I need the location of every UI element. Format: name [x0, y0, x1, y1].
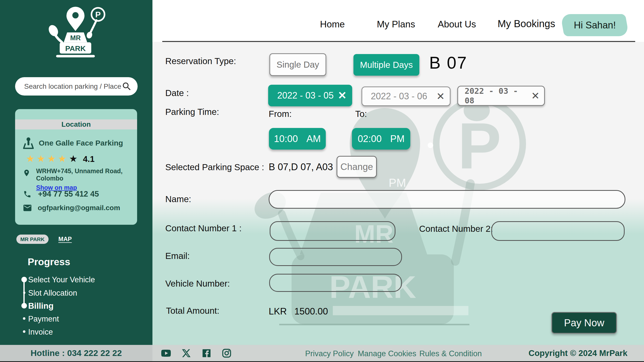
- greeting-text: Hi Sahan!: [574, 20, 616, 31]
- progress-dot-current: [21, 303, 27, 308]
- progress-dot-todo: [23, 317, 25, 320]
- phone-number: +94 77 55 412 45: [38, 190, 99, 199]
- logo-left-hand: [47, 23, 60, 38]
- watermark-p-letter: P: [458, 109, 501, 182]
- name-label: Name:: [165, 194, 191, 204]
- progress-step-select-vehicle[interactable]: Select Your Vehicle: [28, 275, 95, 284]
- nav-divider: [162, 41, 635, 42]
- nav-home[interactable]: Home: [320, 19, 345, 30]
- nav-about-us[interactable]: About Us: [438, 19, 476, 30]
- progress-step-payment[interactable]: Payment: [28, 314, 59, 324]
- reservation-type-label: Reservation Type:: [165, 56, 236, 66]
- pay-now-button[interactable]: Pay Now: [551, 312, 617, 334]
- location-card: Location One Galle Face Parking ★★★★★ 4.…: [15, 109, 137, 225]
- main-content: Home My Plans About Us My Bookings Hi Sa…: [152, 0, 644, 345]
- selected-space-label: Selected Parking Space :: [165, 162, 264, 172]
- from-time-button[interactable]: 10:00 AM: [269, 128, 326, 150]
- phone-icon: [23, 190, 31, 198]
- change-space-button[interactable]: Change: [337, 156, 377, 178]
- logo-right-hand: [86, 31, 93, 39]
- sidebar: MR PARK P Location One Galle Face Parkin…: [0, 0, 152, 345]
- remove-date-icon[interactable]: ✕: [338, 90, 347, 101]
- mrpark-booking-page: MR PARK P Location One Galle Face Parkin…: [0, 0, 644, 362]
- contact2-label: Contact Number 2:: [419, 224, 493, 234]
- watermark-ground-line: [279, 324, 469, 325]
- mail-icon: [23, 203, 32, 213]
- email-address: ogfparking@ogmail.com: [38, 204, 120, 212]
- to-label: To:: [355, 109, 367, 119]
- vehicle-number-label: Vehicle Number:: [165, 279, 230, 289]
- to-time-button[interactable]: 02:00 PM: [352, 128, 410, 150]
- address-row: WRHW+745, Unnamed Road, Colombo Show on …: [23, 167, 137, 191]
- manage-cookies-link[interactable]: Manage Cookies: [358, 349, 416, 358]
- email-label: Email:: [165, 251, 190, 261]
- single-day-button[interactable]: Single Day: [269, 53, 326, 76]
- logo-text-park: PARK: [65, 44, 86, 53]
- progress-step-invoice[interactable]: Invoice: [28, 328, 53, 337]
- copyright-text: Copyright © 2024 MrPark: [529, 348, 627, 358]
- vehicle-number-input[interactable]: [269, 274, 402, 292]
- mrpark-logo: MR PARK P: [35, 4, 116, 58]
- map-button[interactable]: MAP: [58, 236, 72, 243]
- contact1-input[interactable]: [270, 221, 395, 241]
- multiple-days-button[interactable]: Multiple Days: [353, 54, 419, 76]
- rules-condition-link[interactable]: Rules & Condition: [419, 349, 482, 358]
- date-chip-selected[interactable]: 2022 - 03 - 05 ✕: [268, 85, 352, 106]
- email-row: ogfparking@ogmail.com: [23, 203, 120, 213]
- contact1-label: Contact Number 1 :: [165, 223, 242, 233]
- mrpark-watermark: P MR PARK: [249, 85, 556, 339]
- watermark-p-circle: [436, 101, 523, 187]
- email-input[interactable]: [269, 248, 402, 266]
- date-chip-value: 2022 - 03 - 05: [277, 90, 334, 101]
- date-chip[interactable]: 2022 - 03 - 06 ✕: [361, 86, 451, 106]
- parking-time-label: Parking Time:: [165, 107, 219, 117]
- hotline-text: Hotline : 034 222 22 22: [31, 348, 122, 358]
- remove-date-icon[interactable]: ✕: [531, 91, 540, 101]
- progress-dot-done: [21, 277, 27, 282]
- from-label: From:: [269, 109, 292, 119]
- map-pin-icon: [23, 168, 30, 177]
- address-text: WRHW+745, Unnamed Road, Colombo: [36, 167, 137, 182]
- selected-space-value: B 07,D 07, A03: [269, 162, 333, 172]
- progress-title: Progress: [28, 256, 70, 267]
- mr-park-button[interactable]: MR PARK: [16, 235, 49, 244]
- gold-stars: ★★★★: [26, 153, 69, 164]
- date-chip-value: 2022 - 03 - 08: [465, 86, 531, 105]
- empty-star: ★: [69, 153, 77, 164]
- progress-step-billing[interactable]: Billing: [28, 301, 54, 311]
- date-chip[interactable]: 2022 - 03 - 08 ✕: [457, 86, 545, 106]
- instagram-icon[interactable]: [222, 348, 231, 358]
- name-input[interactable]: [269, 190, 625, 209]
- search-bar: [15, 77, 138, 96]
- watermark-white-dot: [428, 143, 433, 148]
- selected-space-code: B 07: [429, 53, 467, 72]
- logo-left-arm: [56, 35, 62, 42]
- youtube-icon[interactable]: [161, 349, 171, 357]
- date-label: Date :: [165, 88, 189, 98]
- hotline-bar: Hotline : 034 222 22 22: [0, 345, 152, 361]
- privacy-policy-link[interactable]: Privacy Policy: [305, 349, 354, 358]
- location-card-header: Location: [15, 119, 137, 129]
- facebook-icon[interactable]: [202, 348, 211, 358]
- rating-value: 4.1: [83, 154, 95, 164]
- remove-date-icon[interactable]: ✕: [436, 91, 445, 101]
- logo-text-p: P: [95, 10, 101, 19]
- nav-my-bookings[interactable]: My Bookings: [498, 18, 555, 29]
- progress-step-slot-allocation[interactable]: Slot Allocation: [28, 289, 77, 298]
- search-icon[interactable]: [122, 81, 132, 92]
- to-time-meridiem: PM: [390, 133, 405, 144]
- from-time-value: 10:00: [274, 133, 298, 144]
- rating-row: ★★★★★ 4.1: [26, 153, 95, 164]
- nav-my-plans[interactable]: My Plans: [377, 19, 415, 30]
- logo-pin-icon: [66, 7, 85, 31]
- x-twitter-icon[interactable]: [182, 348, 191, 358]
- location-name-row: One Galle Face Parking: [22, 136, 123, 150]
- currency: LKR: [269, 306, 287, 316]
- search-input[interactable]: [24, 82, 122, 90]
- contact2-input[interactable]: [491, 221, 625, 241]
- logo-sign-pole: [90, 20, 96, 34]
- total-amount-value: LKR1500.00: [269, 306, 328, 317]
- user-greeting-badge[interactable]: Hi Sahan!: [560, 14, 629, 36]
- watermark-pm-text: PM: [389, 176, 406, 190]
- logo-text-mr: MR: [70, 34, 81, 42]
